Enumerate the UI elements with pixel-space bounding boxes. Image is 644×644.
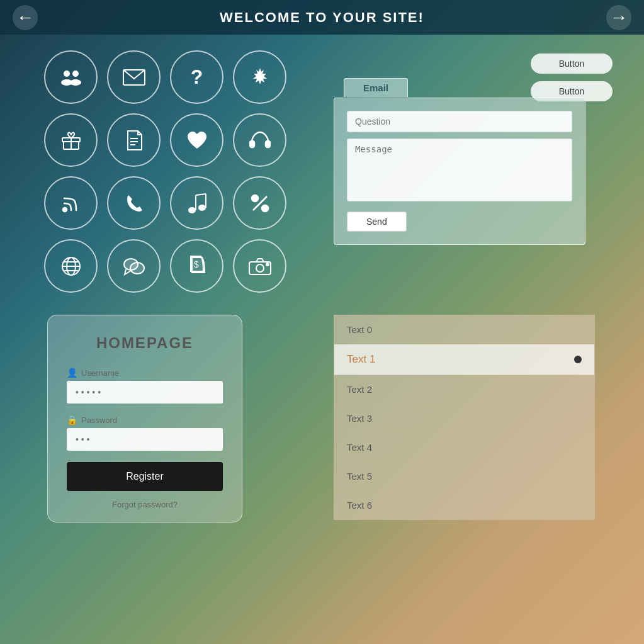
register-button[interactable]: Register bbox=[67, 462, 223, 491]
question-icon[interactable]: ? bbox=[170, 50, 223, 104]
list-item-5[interactable]: Text 5 bbox=[334, 462, 594, 491]
svg-point-20 bbox=[252, 195, 258, 201]
globe-icon[interactable] bbox=[44, 239, 98, 293]
svg-point-32 bbox=[256, 264, 264, 272]
svg-rect-13 bbox=[266, 141, 270, 147]
headphones-icon[interactable] bbox=[233, 113, 286, 167]
list-item-2[interactable]: Text 2 bbox=[334, 375, 594, 404]
svg-rect-12 bbox=[250, 141, 254, 147]
document-icon[interactable] bbox=[107, 113, 161, 167]
users-icon[interactable] bbox=[44, 50, 98, 104]
list-item-3[interactable]: Text 3 bbox=[334, 404, 594, 433]
svg-point-21 bbox=[262, 205, 268, 212]
user-icon: 👤 bbox=[67, 368, 77, 378]
email-panel: Email Send bbox=[334, 98, 585, 245]
svg-line-19 bbox=[196, 194, 206, 195]
svg-point-15 bbox=[188, 207, 196, 213]
mail-icon[interactable] bbox=[107, 50, 161, 104]
forgot-password-link[interactable]: Forgot password? bbox=[67, 500, 223, 509]
gift-icon[interactable] bbox=[44, 113, 98, 167]
percent-icon[interactable] bbox=[233, 176, 286, 230]
svg-point-1 bbox=[72, 71, 79, 77]
radio-dot-1 bbox=[574, 356, 582, 363]
money-icon[interactable]: $ bbox=[170, 239, 223, 293]
list-panel: Text 0Text 1Text 2Text 3Text 4Text 5Text… bbox=[334, 315, 595, 520]
camera-icon[interactable] bbox=[233, 239, 286, 293]
settings-icon[interactable] bbox=[233, 50, 286, 104]
send-button[interactable]: Send bbox=[347, 212, 407, 232]
svg-point-0 bbox=[64, 71, 70, 77]
svg-point-33 bbox=[266, 263, 269, 266]
svg-text:$: $ bbox=[194, 259, 199, 269]
rss-icon[interactable] bbox=[44, 176, 98, 230]
back-button[interactable]: ← bbox=[13, 5, 38, 30]
question-input[interactable] bbox=[347, 111, 572, 132]
svg-point-16 bbox=[198, 205, 206, 211]
list-item-0[interactable]: Text 0 bbox=[334, 315, 594, 344]
chat-icon[interactable] bbox=[107, 239, 161, 293]
list-item-6[interactable]: Text 6 bbox=[334, 491, 594, 519]
list-item-4[interactable]: Text 4 bbox=[334, 433, 594, 462]
forward-button[interactable]: → bbox=[606, 5, 631, 30]
music-icon[interactable] bbox=[170, 176, 223, 230]
svg-point-29 bbox=[130, 263, 144, 274]
list-item-1[interactable]: Text 1 bbox=[334, 344, 594, 375]
heart-icon[interactable] bbox=[170, 113, 223, 167]
homepage-title: HOMEPAGE bbox=[67, 334, 223, 352]
password-label: 🔒 Password bbox=[67, 415, 223, 425]
password-input[interactable] bbox=[67, 428, 223, 451]
buttons-area: Button Button bbox=[531, 54, 613, 101]
header-title: WELCOME TO YOUR SITE! bbox=[220, 9, 424, 26]
icon-grid: ? bbox=[44, 50, 290, 296]
username-label: 👤 Username bbox=[67, 368, 223, 378]
username-input[interactable] bbox=[67, 381, 223, 404]
header-bar: ← WELCOME TO YOUR SITE! → bbox=[0, 0, 644, 35]
background: ← WELCOME TO YOUR SITE! → ? bbox=[0, 0, 644, 644]
svg-point-14 bbox=[63, 208, 67, 212]
message-input[interactable] bbox=[347, 138, 572, 201]
phone-icon[interactable] bbox=[107, 176, 161, 230]
email-tab: Email bbox=[344, 78, 408, 97]
button-1[interactable]: Button bbox=[531, 54, 613, 74]
svg-point-3 bbox=[70, 79, 81, 86]
homepage-panel: HOMEPAGE 👤 Username 🔒 Password Register … bbox=[47, 315, 242, 523]
lock-icon: 🔒 bbox=[67, 415, 77, 425]
